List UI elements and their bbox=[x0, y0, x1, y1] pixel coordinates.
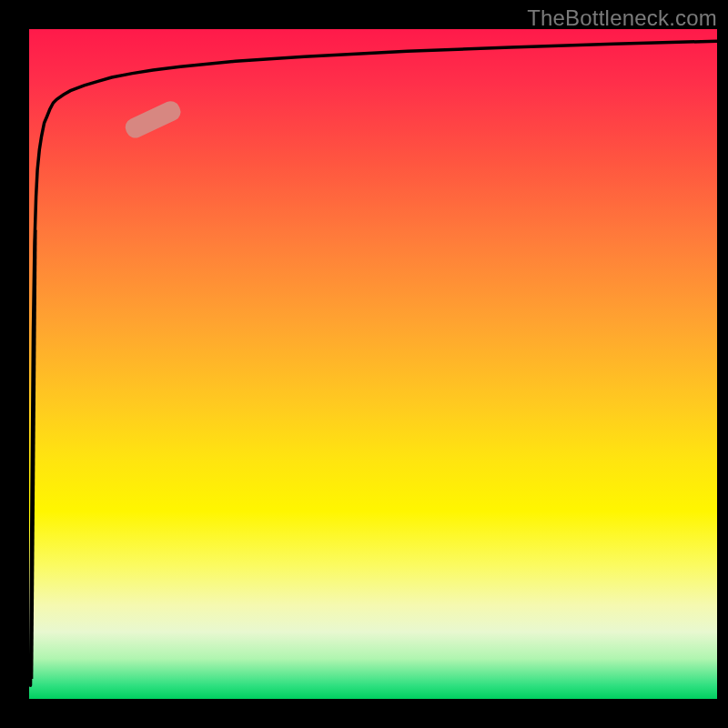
svg-rect-0 bbox=[122, 98, 183, 141]
plot-frame bbox=[0, 0, 728, 728]
highlight-pill bbox=[122, 98, 183, 141]
curve-layer bbox=[29, 29, 717, 699]
bottleneck-curve bbox=[31, 41, 718, 685]
watermark-text: TheBottleneck.com bbox=[527, 5, 717, 31]
plot-area bbox=[29, 29, 717, 699]
left-spike bbox=[32, 230, 35, 679]
chart-container: TheBottleneck.com bbox=[0, 0, 728, 728]
